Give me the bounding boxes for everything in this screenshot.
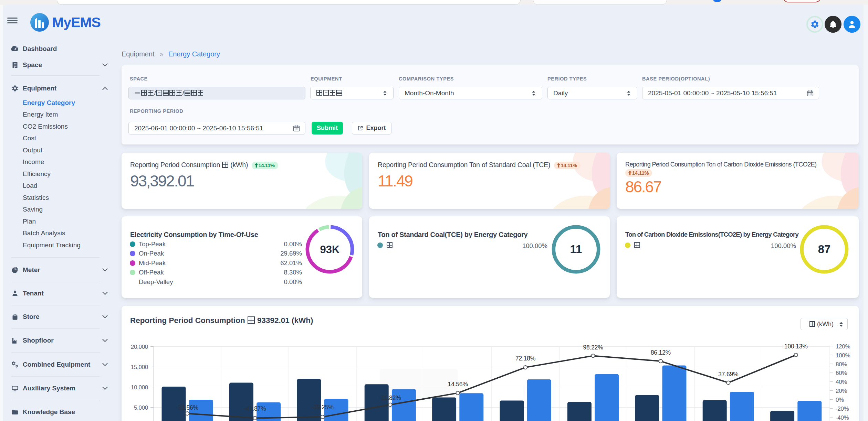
svg-text:-11.82%: -11.82%	[379, 395, 401, 401]
svg-text:15,000: 15,000	[131, 364, 148, 370]
svg-text:5,000: 5,000	[134, 404, 148, 411]
svg-text:-20%: -20%	[836, 406, 849, 412]
svg-text:0%: 0%	[836, 397, 844, 403]
svg-text:37.69%: 37.69%	[718, 371, 738, 378]
svg-text:100.13%: 100.13%	[784, 343, 808, 350]
svg-text:40%: 40%	[836, 379, 847, 385]
svg-text:-40%: -40%	[836, 414, 849, 421]
svg-text:-39.25%: -39.25%	[312, 404, 334, 411]
svg-text:20,000: 20,000	[131, 344, 148, 350]
svg-text:-31.56%: -31.56%	[176, 404, 198, 411]
svg-text:-41.87%: -41.87%	[244, 405, 266, 412]
svg-text:10,000: 10,000	[131, 384, 148, 391]
svg-text:120%: 120%	[836, 343, 850, 350]
svg-text:86.12%: 86.12%	[651, 349, 671, 356]
svg-text:72.18%: 72.18%	[515, 355, 535, 362]
svg-text:80%: 80%	[836, 361, 847, 368]
svg-text:60%: 60%	[836, 370, 847, 376]
svg-text:20%: 20%	[836, 388, 847, 394]
svg-text:100%: 100%	[836, 352, 850, 359]
svg-text:98.22%: 98.22%	[583, 344, 603, 351]
svg-text:14.56%: 14.56%	[448, 381, 468, 388]
